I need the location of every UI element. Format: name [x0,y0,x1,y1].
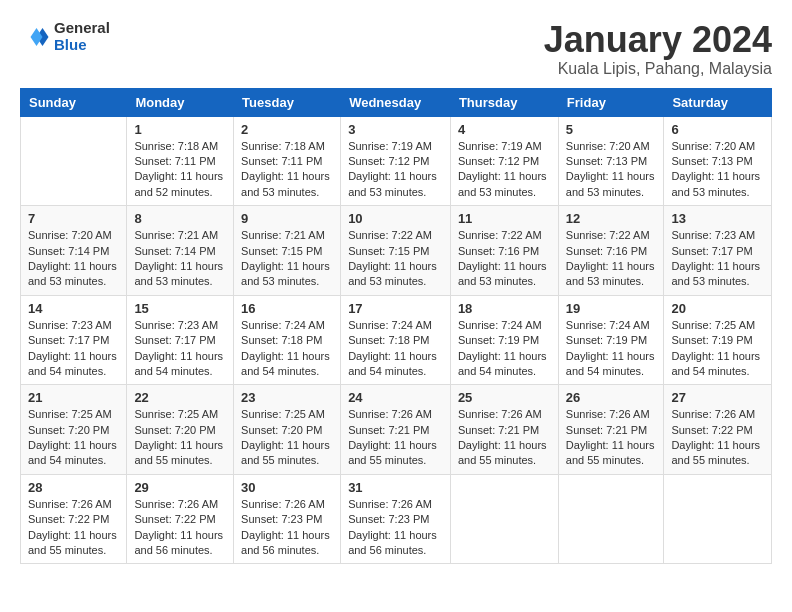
day-info: Sunrise: 7:21 AMSunset: 7:14 PMDaylight:… [134,228,226,290]
day-number: 3 [348,122,443,137]
day-number: 25 [458,390,551,405]
calendar-cell: 28Sunrise: 7:26 AMSunset: 7:22 PMDayligh… [21,474,127,564]
calendar-cell: 13Sunrise: 7:23 AMSunset: 7:17 PMDayligh… [664,206,772,296]
logo-general: General [54,20,110,37]
calendar-cell [21,116,127,206]
calendar-cell: 2Sunrise: 7:18 AMSunset: 7:11 PMDaylight… [234,116,341,206]
calendar-cell: 1Sunrise: 7:18 AMSunset: 7:11 PMDaylight… [127,116,234,206]
calendar-cell: 31Sunrise: 7:26 AMSunset: 7:23 PMDayligh… [341,474,451,564]
day-number: 14 [28,301,119,316]
calendar-cell: 25Sunrise: 7:26 AMSunset: 7:21 PMDayligh… [450,385,558,475]
day-number: 7 [28,211,119,226]
calendar-header-monday: Monday [127,88,234,116]
day-number: 2 [241,122,333,137]
day-info: Sunrise: 7:22 AMSunset: 7:15 PMDaylight:… [348,228,443,290]
day-info: Sunrise: 7:24 AMSunset: 7:18 PMDaylight:… [348,318,443,380]
day-info: Sunrise: 7:22 AMSunset: 7:16 PMDaylight:… [458,228,551,290]
day-number: 29 [134,480,226,495]
calendar-week-row: 14Sunrise: 7:23 AMSunset: 7:17 PMDayligh… [21,295,772,385]
calendar-cell: 22Sunrise: 7:25 AMSunset: 7:20 PMDayligh… [127,385,234,475]
calendar-cell: 10Sunrise: 7:22 AMSunset: 7:15 PMDayligh… [341,206,451,296]
day-info: Sunrise: 7:25 AMSunset: 7:20 PMDaylight:… [134,407,226,469]
day-info: Sunrise: 7:26 AMSunset: 7:21 PMDaylight:… [348,407,443,469]
day-number: 16 [241,301,333,316]
day-info: Sunrise: 7:24 AMSunset: 7:19 PMDaylight:… [458,318,551,380]
calendar-cell: 26Sunrise: 7:26 AMSunset: 7:21 PMDayligh… [558,385,664,475]
day-info: Sunrise: 7:20 AMSunset: 7:13 PMDaylight:… [566,139,657,201]
calendar-week-row: 21Sunrise: 7:25 AMSunset: 7:20 PMDayligh… [21,385,772,475]
page-header: General Blue January 2024 Kuala Lipis, P… [20,20,772,78]
calendar-cell: 11Sunrise: 7:22 AMSunset: 7:16 PMDayligh… [450,206,558,296]
day-info: Sunrise: 7:21 AMSunset: 7:15 PMDaylight:… [241,228,333,290]
day-info: Sunrise: 7:26 AMSunset: 7:22 PMDaylight:… [134,497,226,559]
day-number: 17 [348,301,443,316]
calendar-week-row: 7Sunrise: 7:20 AMSunset: 7:14 PMDaylight… [21,206,772,296]
day-number: 28 [28,480,119,495]
calendar-cell: 9Sunrise: 7:21 AMSunset: 7:15 PMDaylight… [234,206,341,296]
calendar-cell: 18Sunrise: 7:24 AMSunset: 7:19 PMDayligh… [450,295,558,385]
title-block: January 2024 Kuala Lipis, Pahang, Malays… [544,20,772,78]
logo: General Blue [20,20,110,53]
logo-text: General Blue [54,20,110,53]
calendar-cell: 7Sunrise: 7:20 AMSunset: 7:14 PMDaylight… [21,206,127,296]
day-number: 22 [134,390,226,405]
calendar-cell: 21Sunrise: 7:25 AMSunset: 7:20 PMDayligh… [21,385,127,475]
calendar-cell [450,474,558,564]
day-number: 21 [28,390,119,405]
day-info: Sunrise: 7:23 AMSunset: 7:17 PMDaylight:… [28,318,119,380]
calendar-cell: 19Sunrise: 7:24 AMSunset: 7:19 PMDayligh… [558,295,664,385]
day-info: Sunrise: 7:23 AMSunset: 7:17 PMDaylight:… [134,318,226,380]
calendar-week-row: 28Sunrise: 7:26 AMSunset: 7:22 PMDayligh… [21,474,772,564]
day-info: Sunrise: 7:20 AMSunset: 7:14 PMDaylight:… [28,228,119,290]
day-info: Sunrise: 7:26 AMSunset: 7:23 PMDaylight:… [348,497,443,559]
calendar-cell: 4Sunrise: 7:19 AMSunset: 7:12 PMDaylight… [450,116,558,206]
location-subtitle: Kuala Lipis, Pahang, Malaysia [544,60,772,78]
day-info: Sunrise: 7:19 AMSunset: 7:12 PMDaylight:… [348,139,443,201]
day-number: 15 [134,301,226,316]
calendar-week-row: 1Sunrise: 7:18 AMSunset: 7:11 PMDaylight… [21,116,772,206]
calendar-header-wednesday: Wednesday [341,88,451,116]
calendar-cell: 12Sunrise: 7:22 AMSunset: 7:16 PMDayligh… [558,206,664,296]
calendar-header-saturday: Saturday [664,88,772,116]
calendar-cell: 29Sunrise: 7:26 AMSunset: 7:22 PMDayligh… [127,474,234,564]
calendar-cell: 6Sunrise: 7:20 AMSunset: 7:13 PMDaylight… [664,116,772,206]
day-number: 5 [566,122,657,137]
day-number: 9 [241,211,333,226]
month-year-title: January 2024 [544,20,772,60]
calendar-cell [558,474,664,564]
day-info: Sunrise: 7:26 AMSunset: 7:22 PMDaylight:… [671,407,764,469]
day-number: 1 [134,122,226,137]
calendar-header-sunday: Sunday [21,88,127,116]
day-info: Sunrise: 7:26 AMSunset: 7:21 PMDaylight:… [458,407,551,469]
calendar-cell: 27Sunrise: 7:26 AMSunset: 7:22 PMDayligh… [664,385,772,475]
calendar-table: SundayMondayTuesdayWednesdayThursdayFrid… [20,88,772,565]
day-number: 4 [458,122,551,137]
day-number: 27 [671,390,764,405]
calendar-cell: 16Sunrise: 7:24 AMSunset: 7:18 PMDayligh… [234,295,341,385]
calendar-cell: 17Sunrise: 7:24 AMSunset: 7:18 PMDayligh… [341,295,451,385]
calendar-cell: 15Sunrise: 7:23 AMSunset: 7:17 PMDayligh… [127,295,234,385]
day-number: 13 [671,211,764,226]
day-number: 11 [458,211,551,226]
calendar-cell: 23Sunrise: 7:25 AMSunset: 7:20 PMDayligh… [234,385,341,475]
calendar-cell: 14Sunrise: 7:23 AMSunset: 7:17 PMDayligh… [21,295,127,385]
day-number: 18 [458,301,551,316]
day-info: Sunrise: 7:18 AMSunset: 7:11 PMDaylight:… [134,139,226,201]
day-info: Sunrise: 7:23 AMSunset: 7:17 PMDaylight:… [671,228,764,290]
day-number: 26 [566,390,657,405]
day-info: Sunrise: 7:19 AMSunset: 7:12 PMDaylight:… [458,139,551,201]
day-info: Sunrise: 7:24 AMSunset: 7:18 PMDaylight:… [241,318,333,380]
calendar-cell: 8Sunrise: 7:21 AMSunset: 7:14 PMDaylight… [127,206,234,296]
logo-blue: Blue [54,37,110,54]
calendar-header-tuesday: Tuesday [234,88,341,116]
day-info: Sunrise: 7:25 AMSunset: 7:20 PMDaylight:… [241,407,333,469]
calendar-cell: 24Sunrise: 7:26 AMSunset: 7:21 PMDayligh… [341,385,451,475]
day-number: 8 [134,211,226,226]
calendar-cell [664,474,772,564]
calendar-header-thursday: Thursday [450,88,558,116]
calendar-cell: 3Sunrise: 7:19 AMSunset: 7:12 PMDaylight… [341,116,451,206]
day-number: 10 [348,211,443,226]
day-info: Sunrise: 7:25 AMSunset: 7:20 PMDaylight:… [28,407,119,469]
day-number: 31 [348,480,443,495]
day-number: 20 [671,301,764,316]
